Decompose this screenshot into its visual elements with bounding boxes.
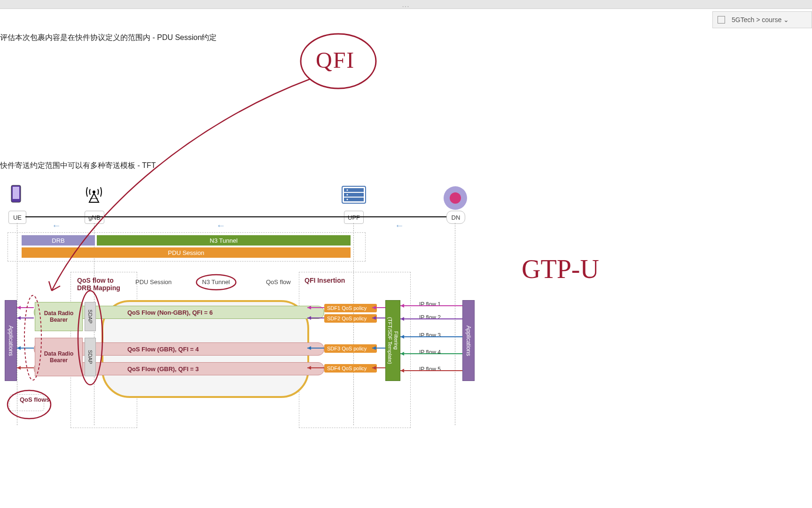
bar-n3: N3 Tunnel [97, 235, 351, 246]
arrow-left-icon: ← [52, 220, 61, 231]
sdf-pill-2: SDF2 QoS policy [324, 314, 377, 323]
ipflow-4: IP flow 4 [419, 349, 441, 356]
sdf-pill-1: SDF1 QoS policy [324, 304, 377, 312]
svg-point-10 [347, 199, 348, 200]
svg-marker-44 [17, 366, 21, 370]
node-ue: UE [8, 211, 26, 224]
heading-2: 快件寄送约定范围中可以有多种寄送模板 - TFT [0, 161, 156, 171]
node-gnb: gNB [85, 211, 104, 224]
filter-block: Filtering (TFT/SDF Template) [385, 300, 400, 381]
label-qos-drb-mapping: QoS flow to DRB Mapping [77, 277, 120, 292]
ipflow-5: IP flow 5 [419, 366, 441, 373]
ipflow-3: IP flow 3 [419, 332, 441, 339]
arrow-left-icon: ← [395, 220, 404, 231]
svg-point-8 [347, 190, 348, 191]
sdf-pill-4: SDF4 QoS policy [324, 364, 377, 373]
bar-pdu: PDU Session [22, 247, 351, 258]
server-icon [340, 185, 367, 206]
annotation-qfi: QFI [316, 47, 355, 73]
network-line [25, 216, 446, 217]
label-pdu-session: PDU Session [135, 278, 172, 286]
drb-block-2: Data Radio Bearer [35, 338, 83, 376]
antenna-icon [85, 183, 103, 205]
titlebar-dots-icon: ... [402, 2, 410, 8]
db-icon [444, 186, 467, 210]
label-qfi-insertion: QFI Insertion [304, 277, 345, 284]
arrow-left-icon: ← [216, 220, 226, 231]
label-n3-tunnel: N3 Tunnel [202, 278, 230, 286]
ipflow-2: IP flow 2 [419, 314, 441, 321]
svg-marker-40 [17, 316, 21, 320]
label-qos-flow: QoS flow [266, 278, 291, 286]
svg-marker-42 [17, 346, 21, 350]
applications-left: Applications [5, 300, 17, 381]
phone-icon [10, 184, 22, 205]
sdf-pill-3: SDF3 QoS policy [324, 344, 377, 353]
heading-1: 评估本次包裹内容是在快件协议定义的范围内 - PDU Session约定 [0, 33, 217, 43]
sdap-block-2: SDAP [85, 338, 96, 376]
svg-rect-1 [13, 187, 19, 199]
applications-right: Applications [462, 300, 475, 381]
svg-point-9 [347, 194, 348, 196]
node-dn: DN [446, 211, 465, 224]
ipflow-1: IP flow 1 [419, 301, 441, 308]
drb-block-1: Data Radio Bearer [35, 302, 83, 331]
vline-dn [455, 223, 455, 425]
annotation-gtpu: GTP-U [522, 254, 599, 284]
sdap-block-1: SDAP [85, 302, 96, 331]
svg-marker-38 [17, 306, 21, 310]
bar-drb: DRB [22, 235, 95, 246]
label-qos-flows: QoS flows [20, 396, 50, 403]
title-bar: ... [0, 0, 812, 9]
canvas: 评估本次包裹内容是在快件协议定义的范围内 - PDU Session约定 快件寄… [0, 8, 812, 508]
node-upf: UPF [344, 211, 364, 224]
